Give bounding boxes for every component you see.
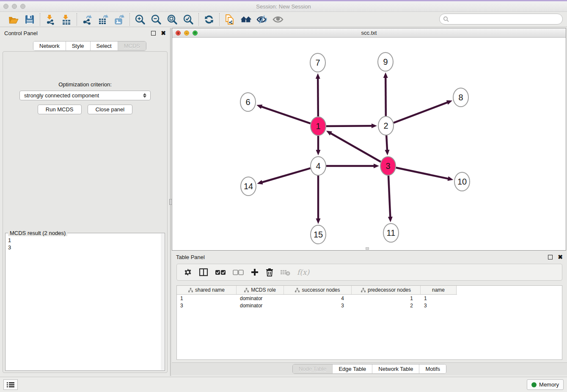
tab-network-table[interactable]: Network Table (372, 364, 419, 373)
graph-edge-arrowhead (256, 105, 262, 109)
save-session-icon[interactable] (24, 14, 36, 25)
mcds-result-scrollbar[interactable] (161, 234, 164, 370)
task-history-button[interactable] (3, 379, 18, 390)
table-panel-close-icon[interactable]: ✖ (558, 255, 563, 259)
tab-style[interactable]: Style (66, 41, 91, 50)
column-header-predecessor-nodes[interactable]: predecessor nodes (352, 286, 421, 294)
column-header-successor-nodes[interactable]: successor nodes (284, 286, 352, 294)
control-panel-float-icon[interactable] (151, 31, 156, 36)
graph-node-label: 7 (315, 58, 320, 67)
select-all-checkboxes-icon[interactable] (215, 269, 226, 276)
column-header-name[interactable]: name (421, 286, 457, 294)
column-label: predecessor nodes (368, 287, 411, 293)
column-label: shared name (195, 287, 225, 293)
refresh-icon[interactable] (203, 14, 215, 25)
column-header-shared-name[interactable]: shared name (177, 286, 237, 294)
duplicate-network-icon[interactable] (224, 14, 236, 25)
mcds-result-text[interactable]: 1 3 (6, 237, 160, 370)
memory-button[interactable]: Memory (527, 379, 564, 390)
mcds-panel: Optimization criterion: strongly connect… (3, 51, 168, 373)
zoom-in-icon[interactable] (134, 14, 146, 25)
tab-edge-table[interactable]: Edge Table (333, 364, 372, 373)
hierarchy-icon (188, 288, 193, 293)
graph-edge-arrowhead (385, 150, 390, 155)
cell-predecessor-nodes[interactable]: 2 (352, 303, 421, 309)
cell-shared-name[interactable]: 3 (177, 303, 237, 309)
graph-edge-3-1[interactable] (330, 133, 380, 162)
graph-edge-1-7[interactable] (318, 78, 318, 116)
node-table-header: shared nameMCDS rolesuccessor nodesprede… (177, 286, 457, 295)
graph-edge-2-9[interactable] (385, 77, 386, 116)
graph-node-label: 1 (316, 121, 320, 131)
delete-column-icon[interactable] (266, 268, 273, 276)
export-image-icon[interactable] (113, 14, 125, 25)
graph-edge-1-6[interactable] (261, 106, 311, 123)
network-resize-grip[interactable] (366, 247, 369, 250)
zoom-selected-icon[interactable] (182, 14, 194, 25)
graph-edge-2-8[interactable] (394, 102, 448, 123)
window-title: Session: New Session (0, 3, 567, 10)
table-panel-float-icon[interactable] (548, 255, 553, 259)
export-network-icon[interactable] (81, 14, 93, 25)
cell-shared-name[interactable]: 1 (177, 295, 237, 301)
control-panel-close-icon[interactable]: ✖ (161, 31, 166, 36)
cell-successor-nodes[interactable]: 4 (284, 295, 352, 301)
memory-status-icon (531, 382, 537, 387)
column-label: name (432, 287, 445, 293)
graph-node-label: 10 (457, 177, 467, 186)
cell-mcds-role[interactable]: dominator (237, 303, 284, 309)
tab-network[interactable]: Network (33, 41, 66, 50)
settings-gear-icon[interactable] (184, 268, 192, 276)
main-toolbar (0, 12, 567, 27)
table-row[interactable]: 3dominator323 (177, 302, 562, 309)
hierarchy-icon (244, 288, 249, 293)
add-column-icon[interactable] (250, 268, 259, 276)
run-mcds-button[interactable]: Run MCDS (38, 105, 82, 114)
tab-mcds[interactable]: MCDS (118, 41, 146, 50)
import-network-icon[interactable] (44, 14, 56, 25)
zoom-fit-icon[interactable] (166, 14, 178, 25)
cell-mcds-role[interactable]: dominator (237, 295, 284, 301)
graph-node-label: 6 (245, 97, 250, 107)
show-graphics-details-icon[interactable] (272, 14, 284, 25)
deselect-all-checkboxes-icon[interactable] (233, 269, 244, 276)
tab-select[interactable]: Select (91, 41, 118, 50)
search-input[interactable] (449, 15, 562, 23)
close-panel-button[interactable]: Close panel (88, 105, 133, 114)
table-row[interactable]: 1dominator411 (177, 295, 562, 302)
graph-edge-arrowhead (383, 72, 388, 78)
search-icon (443, 16, 449, 22)
network-canvas[interactable]: 7968124314101511 (172, 38, 566, 250)
zoom-out-icon[interactable] (150, 14, 162, 25)
cell-name[interactable]: 3 (421, 303, 457, 309)
graph-edge-3-10[interactable] (396, 168, 449, 179)
import-table-icon[interactable] (61, 14, 72, 25)
function-builder-icon[interactable]: f(x) (297, 268, 309, 276)
optimization-criterion-select[interactable]: strongly connected component (19, 91, 151, 100)
graph-edge-3-11[interactable] (388, 176, 390, 218)
node-table[interactable]: shared nameMCDS rolesuccessor nodesprede… (176, 285, 562, 360)
network-window-titlebar[interactable]: x – + scc.txt (172, 28, 566, 38)
delete-table-icon[interactable] (280, 268, 290, 276)
hierarchy-icon (295, 288, 300, 293)
split-panel-icon[interactable] (199, 268, 208, 276)
cell-predecessor-nodes[interactable]: 1 (352, 295, 421, 301)
hide-graphics-details-icon[interactable] (256, 14, 268, 25)
search-field[interactable] (439, 14, 563, 25)
network-home-icon[interactable] (240, 14, 252, 25)
column-label: successor nodes (302, 287, 340, 293)
cell-successor-nodes[interactable]: 3 (284, 303, 352, 309)
open-session-icon[interactable] (8, 14, 19, 25)
tab-node-table[interactable]: Node Table (293, 364, 333, 373)
graph-edge-1-2[interactable] (326, 126, 372, 126)
column-header-mcds-role[interactable]: MCDS role (237, 286, 284, 294)
table-tab-strip: Node TableEdge TableNetwork TableMotifs (172, 362, 567, 375)
graph-edge-arrowhead (372, 124, 377, 128)
graph-edge-arrowhead (316, 150, 321, 155)
graph-edge-4-14[interactable] (261, 168, 311, 182)
graph-edge-arrowhead (316, 73, 320, 79)
export-table-icon[interactable] (97, 14, 109, 25)
cell-name[interactable]: 1 (421, 295, 457, 301)
tab-motifs[interactable]: Motifs (419, 364, 446, 373)
graph-edge-2-3[interactable] (386, 135, 387, 151)
